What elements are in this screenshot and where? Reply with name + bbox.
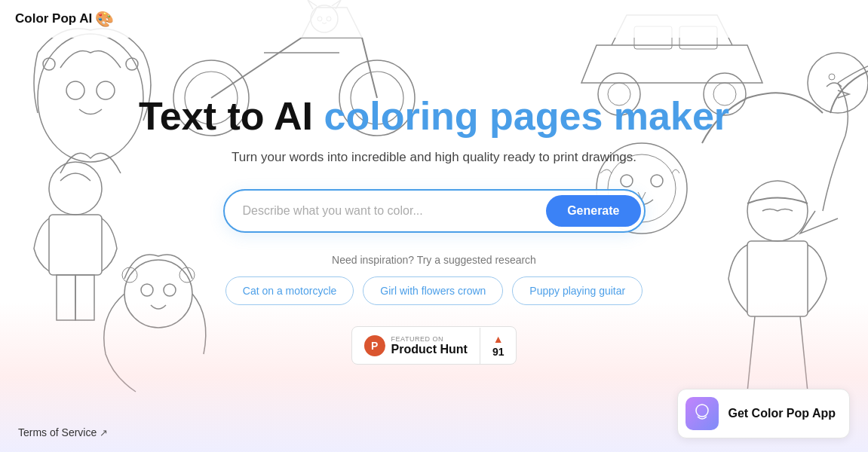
get-app-label: Get Color Pop App xyxy=(728,407,836,420)
ph-name: Product Hunt xyxy=(391,343,468,356)
search-container: Generate xyxy=(223,189,646,233)
headline-plain: Text to AI xyxy=(139,94,324,138)
headline-colored: coloring pages maker xyxy=(324,94,730,138)
ph-arrow-icon: ▲ xyxy=(493,333,504,345)
app-avatar xyxy=(686,397,719,430)
svg-rect-35 xyxy=(687,399,717,429)
ph-count: ▲ 91 xyxy=(480,327,517,364)
page-headline: Text to AI coloring pages maker xyxy=(139,95,729,138)
ph-text-group: FEATURED ON Product Hunt xyxy=(391,335,468,356)
get-app-cta[interactable]: Get Color Pop App xyxy=(677,389,850,438)
ph-featured-text: FEATURED ON xyxy=(391,335,468,343)
product-hunt-badge[interactable]: P FEATURED ON Product Hunt ▲ 91 xyxy=(351,326,517,365)
generate-button[interactable]: Generate xyxy=(546,195,640,227)
hero-subtitle: Turn your words into incredible and high… xyxy=(232,150,636,165)
ph-number: 91 xyxy=(492,346,505,358)
external-link-icon: ↗ xyxy=(100,427,108,438)
header: Color Pop AI 🎨 xyxy=(0,0,868,38)
ph-left: P FEATURED ON Product Hunt xyxy=(352,328,480,364)
chip-puppy[interactable]: Puppy playing guitar xyxy=(512,276,643,305)
suggestion-chips: Cat on a motorcycle Girl with flowers cr… xyxy=(225,276,643,305)
chip-cat[interactable]: Cat on a motorcycle xyxy=(225,276,354,305)
logo: Color Pop AI 🎨 xyxy=(15,10,114,28)
tos-label: Terms of Service xyxy=(18,426,97,438)
logo-text: Color Pop AI xyxy=(15,11,92,26)
inspiration-label: Need inspiration? Try a suggested resear… xyxy=(332,254,536,266)
ph-icon: P xyxy=(364,335,385,356)
terms-of-service-link[interactable]: Terms of Service ↗ xyxy=(18,426,108,438)
footer: Terms of Service ↗ xyxy=(18,426,108,438)
chip-girl[interactable]: Girl with flowers crown xyxy=(363,276,503,305)
logo-emoji: 🎨 xyxy=(95,10,114,28)
app-icon xyxy=(687,399,717,429)
